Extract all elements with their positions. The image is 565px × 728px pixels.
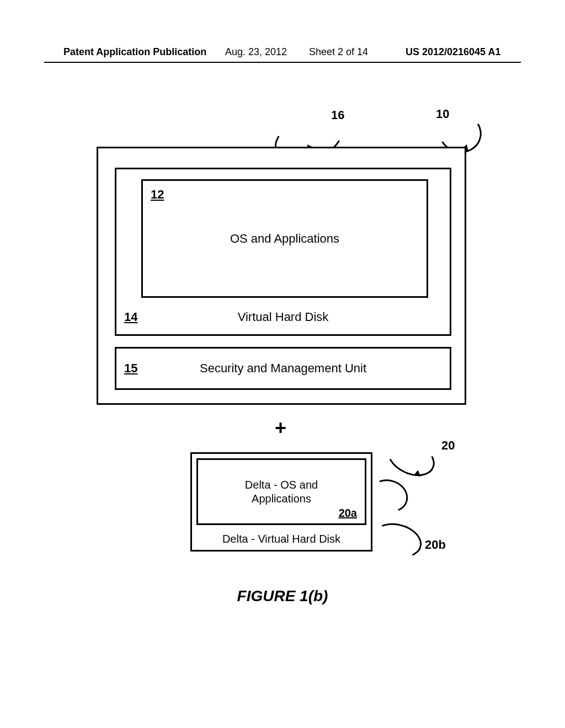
figure-area: 16 10 20 20b 14 Virtual Hard Disk 12 OS … xyxy=(0,0,565,728)
security-management-box: 15 Security and Management Unit xyxy=(115,347,451,390)
delta-vhd-label: Delta - Virtual Hard Disk xyxy=(192,533,371,545)
system-container: 14 Virtual Hard Disk 12 OS and Applicati… xyxy=(97,147,466,405)
delta-virtual-hard-disk-box: Delta - OS and Applications 20a Delta - … xyxy=(190,452,372,552)
ref-20b: 20b xyxy=(425,538,446,552)
callout-arc-20 xyxy=(382,432,441,483)
virtual-hard-disk-label: Virtual Hard Disk xyxy=(116,310,450,324)
patent-figure-page: Patent Application Publication Aug. 23, … xyxy=(0,0,565,728)
security-management-label: Security and Management Unit xyxy=(116,361,450,376)
delta-os-label-line1: Delta - OS and xyxy=(245,478,318,492)
ref-20a: 20a xyxy=(339,506,357,520)
figure-caption: FIGURE 1(b) xyxy=(0,587,565,605)
delta-os-label-line2: Applications xyxy=(252,492,311,506)
delta-os-applications-box: Delta - OS and Applications 20a xyxy=(196,458,366,525)
virtual-hard-disk-box: 14 Virtual Hard Disk 12 OS and Applicati… xyxy=(115,168,451,336)
callout-arc-20a xyxy=(365,474,413,517)
os-and-applications-label: OS and Applications xyxy=(143,181,427,296)
ref-20: 20 xyxy=(441,438,455,453)
ref-15: 15 xyxy=(124,361,137,376)
plus-icon: + xyxy=(275,416,286,440)
callout-arc-20b xyxy=(369,518,425,563)
os-and-applications-box: 12 OS and Applications xyxy=(141,179,428,298)
